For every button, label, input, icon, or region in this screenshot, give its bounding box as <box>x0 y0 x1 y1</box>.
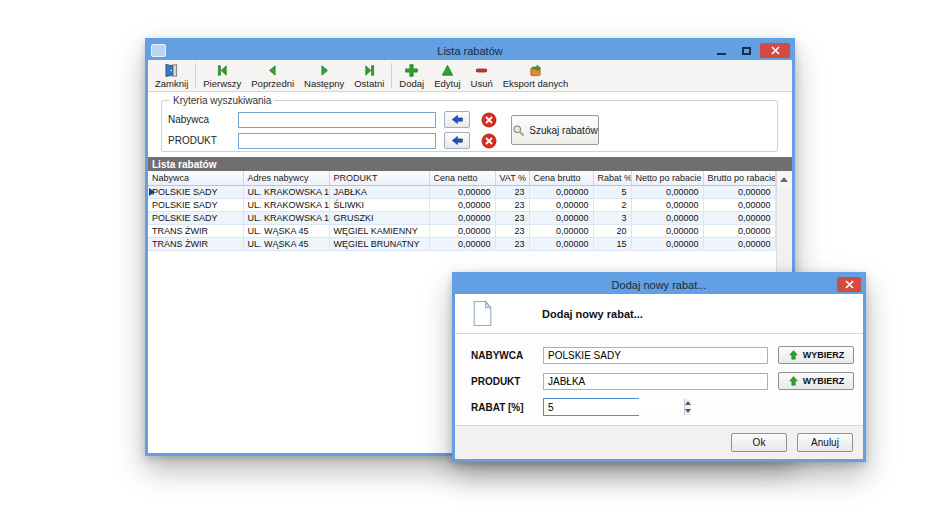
header-cell[interactable]: Netto po rabacie <box>631 171 703 185</box>
dialog-titlebar[interactable]: Dodaj nowy rabat... <box>455 275 863 294</box>
dialog-body: NABYWCA WYBIERZ PRODUKT WYBIERZ RABAT [%… <box>455 334 863 425</box>
nabywca-clear-button[interactable] <box>477 111 501 128</box>
toolbar-edytuj-button[interactable]: Edytuj <box>429 60 465 91</box>
toolbar-button-label: Następny <box>304 79 344 89</box>
main-titlebar[interactable]: Lista rabatów <box>148 41 792 60</box>
cell[interactable]: 0,00000 <box>429 224 495 237</box>
cell[interactable]: 0,00000 <box>429 198 495 211</box>
table-row[interactable]: POLSKIE SADY UL. KRAKOWSKA 145 GRUSZKI 0… <box>148 211 775 224</box>
toolbar-dodaj-button[interactable]: Dodaj <box>394 60 429 91</box>
cell[interactable]: TRANS ŻWIR <box>148 237 243 250</box>
choose-up-icon <box>788 349 799 361</box>
produkt-input[interactable] <box>238 133 436 149</box>
cell[interactable]: WĘGIEL KAMIENNY <box>329 224 429 237</box>
cell[interactable]: 0,00000 <box>703 211 775 224</box>
produkt-wybierz-button[interactable]: WYBIERZ <box>778 372 854 390</box>
minimize-button[interactable] <box>710 43 732 58</box>
dialog-close-button[interactable] <box>837 277 861 292</box>
header-cell[interactable]: Cena brutto <box>529 171 593 185</box>
header-cell[interactable]: PRODUKT <box>329 171 429 185</box>
cell[interactable]: 0,00000 <box>703 185 775 198</box>
header-cell[interactable]: Cena netto <box>429 171 495 185</box>
cell[interactable]: UL. KRAKOWSKA 145 <box>243 198 329 211</box>
close-button[interactable] <box>760 43 790 58</box>
cell[interactable]: 23 <box>495 224 529 237</box>
cell[interactable]: UL. KRAKOWSKA 145 <box>243 211 329 224</box>
toolbar-poprzedni-button[interactable]: Poprzedni <box>246 60 299 91</box>
header-cell[interactable]: VAT % <box>495 171 529 185</box>
toolbar-button-label: Eksport danych <box>503 79 568 89</box>
nabywca-wybierz-button[interactable]: WYBIERZ <box>778 346 854 364</box>
rabat-spin-up-button[interactable] <box>685 399 691 407</box>
toolbar-eksport-button[interactable]: Eksport danych <box>498 60 573 91</box>
nabywca-insert-button[interactable] <box>444 111 470 128</box>
cell[interactable]: POLSKIE SADY <box>148 185 243 198</box>
maximize-button[interactable] <box>735 43 757 58</box>
cell[interactable]: 0,00000 <box>631 237 703 250</box>
cell[interactable]: UL. KRAKOWSKA 145 <box>243 185 329 198</box>
cell[interactable]: 23 <box>495 237 529 250</box>
cell[interactable]: 0,00000 <box>529 237 593 250</box>
header-cell[interactable]: Brutto po rabacie <box>703 171 775 185</box>
nabywca-input[interactable] <box>238 112 436 128</box>
cell[interactable]: POLSKIE SADY <box>148 198 243 211</box>
anuluj-button[interactable]: Anuluj <box>797 433 853 452</box>
cell[interactable]: UL. WĄSKA 45 <box>243 224 329 237</box>
toolbar-button-label: Usuń <box>471 79 493 89</box>
cell[interactable]: POLSKIE SADY <box>148 211 243 224</box>
cell[interactable]: ŚLIWKI <box>329 198 429 211</box>
cell[interactable]: TRANS ŻWIR <box>148 224 243 237</box>
cell[interactable]: 0,00000 <box>429 185 495 198</box>
cell[interactable]: 2 <box>593 198 631 211</box>
ok-button[interactable]: Ok <box>731 433 787 452</box>
minimize-icon <box>717 53 726 55</box>
cell[interactable]: 0,00000 <box>429 211 495 224</box>
table-row[interactable]: POLSKIE SADY UL. KRAKOWSKA 145 ŚLIWKI 0,… <box>148 198 775 211</box>
table-row[interactable]: POLSKIE SADY UL. KRAKOWSKA 145 JABŁKA 0,… <box>148 185 775 198</box>
scroll-up-icon <box>780 177 788 182</box>
cell[interactable]: 0,00000 <box>703 237 775 250</box>
cell[interactable]: 0,00000 <box>631 211 703 224</box>
scroll-up-button[interactable] <box>777 171 793 187</box>
cell[interactable]: 23 <box>495 185 529 198</box>
spin-up-icon <box>685 401 691 405</box>
toolbar-pierwszy-button[interactable]: Pierwszy <box>198 60 246 91</box>
cell[interactable]: 0,00000 <box>703 198 775 211</box>
cell[interactable]: 0,00000 <box>703 224 775 237</box>
cell[interactable]: 0,00000 <box>529 185 593 198</box>
cell[interactable]: 0,00000 <box>631 198 703 211</box>
cell[interactable]: 5 <box>593 185 631 198</box>
cell[interactable]: 20 <box>593 224 631 237</box>
cell[interactable]: 0,00000 <box>631 185 703 198</box>
cell[interactable]: 0,00000 <box>529 198 593 211</box>
toolbar-zamknij-button[interactable]: Zamknij <box>150 60 193 91</box>
rabat-input[interactable] <box>544 399 684 415</box>
cell[interactable]: 0,00000 <box>429 237 495 250</box>
cell[interactable]: 23 <box>495 198 529 211</box>
toolbar-usun-button[interactable]: Usuń <box>466 60 498 91</box>
cell[interactable]: GRUSZKI <box>329 211 429 224</box>
dialog-produkt-input[interactable] <box>543 373 768 390</box>
table-row[interactable]: TRANS ŻWIR UL. WĄSKA 45 WĘGIEL BRUNATNY … <box>148 237 775 250</box>
dialog-nabywca-input[interactable] <box>543 347 768 364</box>
cell[interactable]: WĘGIEL BRUNATNY <box>329 237 429 250</box>
toolbar-nastepny-button[interactable]: Następny <box>299 60 349 91</box>
cell[interactable]: 15 <box>593 237 631 250</box>
cell[interactable]: 0,00000 <box>631 224 703 237</box>
cell[interactable]: UL. WĄSKA 45 <box>243 237 329 250</box>
cell[interactable]: 23 <box>495 211 529 224</box>
header-cell[interactable]: Rabat % <box>593 171 631 185</box>
cell[interactable]: 0,00000 <box>529 211 593 224</box>
table-row[interactable]: TRANS ŻWIR UL. WĄSKA 45 WĘGIEL KAMIENNY … <box>148 224 775 237</box>
produkt-insert-button[interactable] <box>444 132 470 149</box>
header-cell[interactable]: Nabywca <box>148 171 243 185</box>
nabywca-field-row: NABYWCA WYBIERZ <box>471 346 863 364</box>
cell[interactable]: 0,00000 <box>529 224 593 237</box>
produkt-clear-button[interactable] <box>477 132 501 149</box>
szukaj-rabatow-button[interactable]: Szukaj rabatów <box>511 115 599 145</box>
header-cell[interactable]: Adres nabywcy <box>243 171 329 185</box>
rabat-spin-down-button[interactable] <box>685 407 691 415</box>
cell[interactable]: JABŁKA <box>329 185 429 198</box>
cell[interactable]: 3 <box>593 211 631 224</box>
toolbar-ostatni-button[interactable]: Ostatni <box>349 60 389 91</box>
